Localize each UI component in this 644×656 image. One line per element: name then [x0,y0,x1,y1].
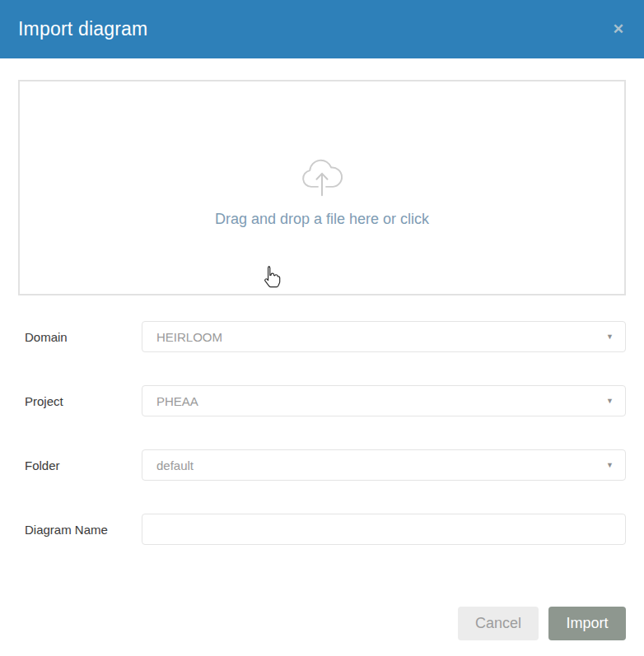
modal-title: Import diagram [18,18,609,40]
folder-select-value: default [156,458,606,472]
dropzone-label: Drag and drop a file here or click [215,211,429,228]
modal-header: Import diagram ✕ [0,0,644,58]
project-label: Project [18,394,142,408]
domain-select-value: HEIRLOOM [156,330,606,344]
import-diagram-modal: Import diagram ✕ Drag and drop a file he… [0,0,644,656]
close-icon[interactable]: ✕ [609,19,628,40]
form-row-folder: Folder default ▼ [18,449,626,481]
diagram-name-label: Diagram Name [18,523,142,537]
chevron-down-icon: ▼ [606,333,614,341]
domain-select[interactable]: HEIRLOOM ▼ [142,321,626,352]
domain-label: Domain [18,330,142,344]
chevron-down-icon: ▼ [606,462,614,469]
file-dropzone[interactable]: Drag and drop a file here or click [18,80,626,295]
chevron-down-icon: ▼ [606,398,614,405]
folder-select[interactable]: default ▼ [142,449,626,481]
modal-body: Drag and drop a file here or click Domai… [0,58,644,656]
project-select[interactable]: PHEAA ▼ [142,385,626,416]
diagram-name-input[interactable] [142,514,626,545]
cloud-upload-icon [295,148,349,202]
form-row-diagram-name: Diagram Name [18,514,626,545]
modal-footer: Cancel Import [18,607,626,656]
form-row-project: Project PHEAA ▼ [18,385,626,416]
folder-label: Folder [18,458,142,472]
form-row-domain: Domain HEIRLOOM ▼ [18,321,626,352]
import-button[interactable]: Import [548,607,626,640]
cancel-button[interactable]: Cancel [458,607,539,640]
project-select-value: PHEAA [156,394,606,408]
